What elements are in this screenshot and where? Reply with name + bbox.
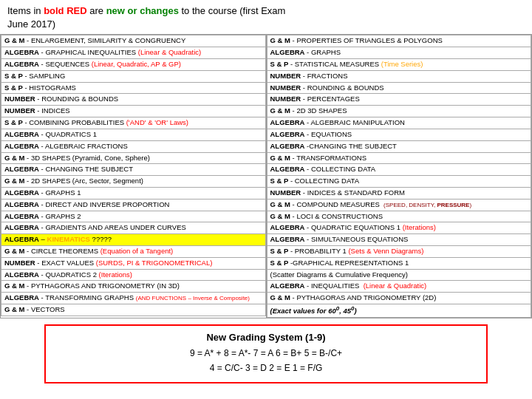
table-row: ALGEBRA - EQUATIONS bbox=[267, 129, 531, 140]
table-row: G & M - CIRCLE THEOREMS (Equation of a T… bbox=[1, 246, 266, 258]
table-row: ALGEBRA - COLLECTING DATA bbox=[267, 164, 531, 176]
table-row: ALGEBRA - QUADRATIC EQUATIONS 1 (Iterati… bbox=[267, 222, 531, 234]
cell: NUMBER - ROUNDING & BOUNDS bbox=[267, 82, 531, 94]
cell: (Scatter Diagrams & Cumulative Frequency… bbox=[267, 269, 531, 281]
cell: (Exact values for 600, 450) bbox=[267, 304, 531, 318]
cell: G & M - 2D SHAPES (Arc, Sector, Segment) bbox=[1, 176, 266, 188]
table-row: ALGEBRA - DIRECT AND INVERSE PROPORTION bbox=[1, 199, 266, 211]
header: Items in bold RED are new or changes to … bbox=[0, 0, 532, 34]
table-row: ALGEBRA - INEQUALITIES (Linear & Quadrat… bbox=[267, 281, 531, 293]
table-row: NUMBER - EXACT VALUES (SURDS, PI & TRIGO… bbox=[1, 257, 266, 269]
table-row: G & M - LOCI & CONSTRUCTIONS bbox=[267, 211, 531, 222]
cell: S & P - PROBABILITY 1 (Sets & Venn Diagr… bbox=[267, 246, 531, 258]
cell: ALGEBRA - EQUATIONS bbox=[267, 129, 531, 140]
cell: G & M - LOCI & CONSTRUCTIONS bbox=[267, 211, 531, 222]
cell: G & M - COMPOUND MEASURES (SPEED, DENSIT… bbox=[267, 199, 531, 211]
table-row: (Scatter Diagrams & Cumulative Frequency… bbox=[267, 269, 531, 281]
table-row: G & M - TRANSFORMATIONS bbox=[267, 152, 531, 164]
bold-red-text: bold RED bbox=[44, 5, 87, 16]
table-row: NUMBER - ROUNDING & BOUNDS bbox=[267, 82, 531, 94]
grading-row2: 4 = C/C- 3 = D 2 = E 1 = F/G bbox=[53, 361, 479, 375]
cell: NUMBER - INDICES bbox=[1, 106, 266, 117]
table-row: G & M - PYTHAGORAS AND TRIGONOMETRY (IN … bbox=[1, 281, 266, 293]
cell: S & P - SAMPLING bbox=[1, 70, 266, 82]
table-row: G & M - VECTORS bbox=[1, 304, 266, 316]
table-row: NUMBER - PERCENTAGES bbox=[267, 94, 531, 106]
grading-box: New Grading System (1-9) 9 = A* + 8 = A*… bbox=[44, 324, 488, 383]
cell: ALGEBRA - QUADRATICS 1 bbox=[1, 129, 266, 140]
table-row: S & P - SAMPLING bbox=[1, 70, 266, 82]
cell: G & M - VECTORS bbox=[1, 304, 266, 316]
cell: ALGEBRA - ALGEBRAIC MANIPULATION bbox=[267, 117, 531, 129]
table-row: ALGEBRA - ALGEBRAIC FRACTIONS bbox=[1, 140, 266, 152]
table-row: G & M - 2D SHAPES (Arc, Sector, Segment) bbox=[1, 176, 266, 188]
new-changes-text: new or changes bbox=[106, 5, 179, 16]
cell: NUMBER - ROUNDING & BOUNDS bbox=[1, 94, 266, 106]
table-row: ALGEBRA -CHANGING THE SUBJECT bbox=[267, 140, 531, 152]
grading-row1: 9 = A* + 8 = A*- 7 = A 6 = B+ 5 = B-/C+ bbox=[53, 346, 479, 361]
cell: NUMBER - FRACTIONS bbox=[267, 70, 531, 82]
table-row: G & M - 2D 3D SHAPES bbox=[267, 106, 531, 117]
cell: ALGEBRA -CHANGING THE SUBJECT bbox=[267, 140, 531, 152]
table-row: NUMBER - INDICES bbox=[1, 106, 266, 117]
right-table: G & M - PROPERTIES OF TRIANGLES & POLYGO… bbox=[267, 35, 532, 318]
table-row: S & P - PROBABILITY 1 (Sets & Venn Diagr… bbox=[267, 246, 531, 258]
cell: S & P -GRAPHICAL REPRESENTATIONS 1 bbox=[267, 257, 531, 269]
cell: NUMBER - PERCENTAGES bbox=[267, 94, 531, 106]
cell: ALGEBRA - GRAPHS bbox=[267, 47, 531, 59]
cell: ALGEBRA – KINEMATICS ????? bbox=[1, 234, 266, 246]
cell: ALGEBRA - GRAPHS 2 bbox=[1, 211, 266, 222]
left-table: G & M - ENLARGEMENT, SIMILARITY & CONGRU… bbox=[1, 35, 266, 316]
table-row: ALGEBRA - TRANSFORMING GRAPHS (AND FUNCT… bbox=[1, 293, 266, 304]
cell: ALGEBRA - SIMULTANEOUS EQUATIONS bbox=[267, 234, 531, 246]
cell: ALGEBRA - TRANSFORMING GRAPHS (AND FUNCT… bbox=[1, 293, 266, 304]
table-row: ALGEBRA - GRAPHS bbox=[267, 47, 531, 59]
table-row: G & M - 3D SHAPES (Pyramid, Cone, Sphere… bbox=[1, 152, 266, 164]
table-row: S & P - HISTOGRAMS bbox=[1, 82, 266, 94]
table-row-kinematics: ALGEBRA – KINEMATICS ????? bbox=[1, 234, 266, 246]
table-row: ALGEBRA - ALGEBRAIC MANIPULATION bbox=[267, 117, 531, 129]
cell: ALGEBRA - INEQUALITIES (Linear & Quadrat… bbox=[267, 281, 531, 293]
cell: G & M - TRANSFORMATIONS bbox=[267, 152, 531, 164]
cell: NUMBER - EXACT VALUES (SURDS, PI & TRIGO… bbox=[1, 257, 266, 269]
cell: G & M - PYTHAGORAS AND TRIGONOMETRY (2D) bbox=[267, 293, 531, 304]
content-table: G & M - ENLARGEMENT, SIMILARITY & CONGRU… bbox=[0, 34, 532, 318]
grading-title: New Grading System (1-9) bbox=[53, 332, 479, 343]
table-row: S & P -GRAPHICAL REPRESENTATIONS 1 bbox=[267, 257, 531, 269]
cell: G & M - 3D SHAPES (Pyramid, Cone, Sphere… bbox=[1, 152, 266, 164]
table-row: NUMBER - FRACTIONS bbox=[267, 70, 531, 82]
table-row: G & M - COMPOUND MEASURES (SPEED, DENSIT… bbox=[267, 199, 531, 211]
table-row: ALGEBRA - GRAPHS 2 bbox=[1, 211, 266, 222]
cell: ALGEBRA - GRAPHICAL INEQUALITIES (Linear… bbox=[1, 47, 266, 59]
left-column: G & M - ENLARGEMENT, SIMILARITY & CONGRU… bbox=[1, 35, 267, 318]
cell: ALGEBRA - SEQUENCES (Linear, Quadratic, … bbox=[1, 59, 266, 71]
cell: G & M - ENLARGEMENT, SIMILARITY & CONGRU… bbox=[1, 35, 266, 47]
cell: S & P - COLLECTING DATA bbox=[267, 176, 531, 188]
cell: NUMBER - INDICES & STANDARD FORM bbox=[267, 187, 531, 199]
cell: ALGEBRA - DIRECT AND INVERSE PROPORTION bbox=[1, 199, 266, 211]
cell: G & M - CIRCLE THEOREMS (Equation of a T… bbox=[1, 246, 266, 258]
cell: ALGEBRA - GRADIENTS AND AREAS UNDER CURV… bbox=[1, 222, 266, 234]
cell: ALGEBRA - ALGEBRAIC FRACTIONS bbox=[1, 140, 266, 152]
table-row: (Exact values for 600, 450) bbox=[267, 304, 531, 318]
table-row: S & P - COMBINING PROBABILITIES ('AND' &… bbox=[1, 117, 266, 129]
cell: S & P - STATISTICAL MEASURES (Time Serie… bbox=[267, 59, 531, 71]
cell: ALGEBRA - QUADRATICS 2 (Iterations) bbox=[1, 269, 266, 281]
table-row: NUMBER - INDICES & STANDARD FORM bbox=[267, 187, 531, 199]
table-row: ALGEBRA - QUADRATICS 1 bbox=[1, 129, 266, 140]
table-row: ALGEBRA - SEQUENCES (Linear, Quadratic, … bbox=[1, 59, 266, 71]
table-row: ALGEBRA - GRADIENTS AND AREAS UNDER CURV… bbox=[1, 222, 266, 234]
cell: S & P - COMBINING PROBABILITIES ('AND' &… bbox=[1, 117, 266, 129]
cell: ALGEBRA - GRAPHS 1 bbox=[1, 187, 266, 199]
cell: ALGEBRA - COLLECTING DATA bbox=[267, 164, 531, 176]
cell: G & M - 2D 3D SHAPES bbox=[267, 106, 531, 117]
table-row: G & M - PROPERTIES OF TRIANGLES & POLYGO… bbox=[267, 35, 531, 47]
table-row: ALGEBRA - GRAPHICAL INEQUALITIES (Linear… bbox=[1, 47, 266, 59]
table-row: ALGEBRA - CHANGING THE SUBJECT bbox=[1, 164, 266, 176]
table-row: G & M - PYTHAGORAS AND TRIGONOMETRY (2D) bbox=[267, 293, 531, 304]
table-row: ALGEBRA - GRAPHS 1 bbox=[1, 187, 266, 199]
table-row: S & P - COLLECTING DATA bbox=[267, 176, 531, 188]
table-row: G & M - ENLARGEMENT, SIMILARITY & CONGRU… bbox=[1, 35, 266, 47]
cell: S & P - HISTOGRAMS bbox=[1, 82, 266, 94]
cell: ALGEBRA - CHANGING THE SUBJECT bbox=[1, 164, 266, 176]
